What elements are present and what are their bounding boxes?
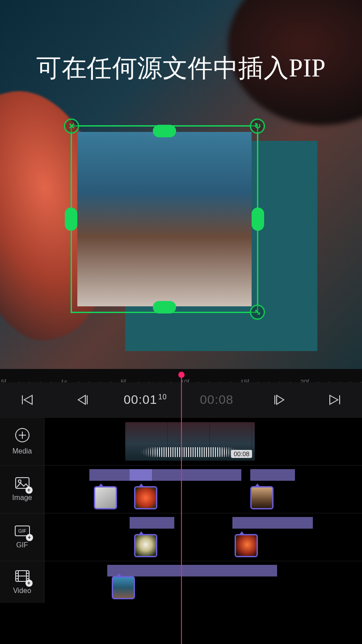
clip-thumb[interactable] [250, 486, 274, 509]
video-icon: + [15, 570, 30, 584]
clip-extent-selected[interactable] [130, 469, 152, 481]
pip-image[interactable] [77, 132, 252, 306]
frame-forward-icon [273, 394, 286, 406]
go-to-start-button[interactable] [0, 382, 55, 417]
clip-thumb[interactable] [112, 576, 135, 599]
add-badge-icon: + [26, 534, 33, 541]
preview-canvas[interactable]: 可在任何源文件中插入PIP ✕ ↻ ⤡ [0, 0, 362, 369]
close-icon: ✕ [68, 121, 75, 131]
promo-headline: 可在任何源文件中插入PIP [0, 51, 362, 85]
layer-label: Image [12, 494, 32, 502]
clip-extent[interactable] [107, 565, 277, 576]
media-clip[interactable]: 00:08 [125, 422, 255, 461]
expand-icon: ⤡ [254, 307, 261, 317]
step-forward-button[interactable] [253, 382, 307, 417]
clip-extent[interactable] [130, 517, 174, 529]
pip-scale-handle[interactable]: ⤡ [250, 305, 265, 320]
layer-label: GIF [16, 541, 28, 549]
clip-extent[interactable] [250, 469, 295, 481]
rotate-icon: ↻ [254, 121, 261, 131]
step-back-button[interactable] [55, 382, 110, 417]
media-track[interactable]: 00:08 [45, 418, 362, 465]
gif-track[interactable] [45, 513, 362, 561]
playhead[interactable] [181, 374, 182, 644]
clip-extent[interactable] [89, 469, 130, 481]
pip-edge-handle-bottom[interactable] [153, 301, 176, 314]
pip-edge-handle-right[interactable] [252, 208, 264, 231]
clip-thumb[interactable] [134, 534, 157, 557]
clip-thumb[interactable] [235, 534, 258, 557]
add-media-button[interactable]: Media [0, 418, 45, 465]
image-track[interactable] [45, 466, 362, 513]
svg-text:GIF: GIF [18, 528, 26, 534]
frame-back-icon [76, 394, 89, 406]
clip-extent[interactable] [232, 517, 313, 529]
add-badge-icon: + [25, 487, 33, 494]
add-image-button[interactable]: + Image [0, 466, 45, 513]
svg-point-8 [18, 480, 21, 483]
pip-rotate-handle[interactable]: ↻ [250, 119, 265, 134]
current-time-value: 00:01 [124, 393, 157, 407]
add-gif-button[interactable]: GIF + GIF [0, 513, 45, 561]
pip-edge-handle-top[interactable] [153, 125, 176, 137]
layer-label: Video [13, 587, 31, 595]
clip-thumb[interactable] [134, 486, 157, 509]
go-to-end-button[interactable] [307, 382, 362, 417]
plus-circle-icon [15, 428, 30, 445]
current-time: 00:0110 [109, 393, 181, 407]
add-badge-icon: + [25, 580, 33, 587]
skip-end-icon [327, 394, 342, 406]
skip-start-icon [20, 394, 35, 406]
video-track[interactable] [45, 561, 362, 603]
pip-delete-handle[interactable]: ✕ [64, 119, 79, 134]
clip-extent[interactable] [152, 469, 241, 481]
duration-value: 00:08 [200, 393, 233, 407]
total-duration: 00:08 [181, 393, 253, 407]
clip-thumb[interactable] [94, 486, 117, 509]
add-video-button[interactable]: + Video [0, 561, 45, 603]
layer-label: Media [13, 447, 32, 455]
current-time-frames: 10 [158, 393, 167, 401]
pip-selection-frame[interactable]: ✕ ↻ ⤡ [71, 125, 258, 313]
pip-edge-handle-left[interactable] [65, 208, 77, 231]
image-icon: + [15, 477, 30, 491]
clip-duration-chip: 00:08 [231, 450, 252, 458]
gif-icon: GIF + [14, 525, 30, 538]
